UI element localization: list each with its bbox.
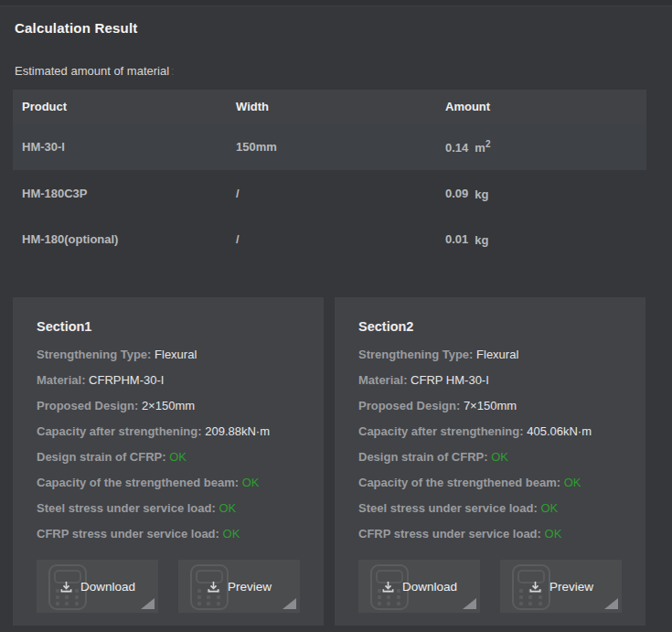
field-label: Strengthening Type:: [37, 348, 151, 361]
table-row: HM-180(optional) / 0.01kg: [13, 216, 646, 262]
result-field: Steel stress under service load: OK: [358, 502, 622, 514]
field-label: Material:: [358, 373, 407, 387]
field-label: Design strain of CFRP:: [37, 450, 166, 464]
field-label: Design strain of CFRP:: [358, 450, 488, 464]
unit-base: kg: [475, 233, 488, 247]
preview-button-label: Preview: [228, 580, 272, 594]
field-label: Steel stress under service load:: [37, 501, 216, 515]
material-estimate-label: Estimated amount of material:: [15, 64, 672, 78]
amount-unit: m2: [475, 141, 490, 155]
width-cell: 150mm: [227, 140, 436, 154]
corner-fold-icon: [463, 598, 476, 609]
download-button[interactable]: Download: [358, 560, 480, 613]
calculator-watermark-icon: [370, 564, 409, 610]
result-field: Proposed Design: 7×150mm: [358, 400, 622, 412]
calculator-watermark-icon: [48, 564, 87, 610]
top-divider: [0, 0, 672, 6]
table-row: HM-30-I 150mm 0.14m2: [13, 123, 646, 170]
field-value: 2×150mm: [142, 399, 195, 412]
page-title: Calculation Result: [15, 20, 672, 36]
corner-fold-icon: [283, 598, 296, 609]
field-label: Capacity of the strengthened beam:: [37, 476, 239, 489]
status-badge: OK: [564, 476, 581, 489]
status-badge: OK: [545, 527, 562, 541]
download-button-label: Download: [402, 580, 457, 594]
result-field: Design strain of CFRP: OK: [37, 451, 300, 463]
result-field: CFRP stress under service load: OK: [358, 528, 622, 540]
result-field: Steel stress under service load: OK: [37, 502, 300, 514]
field-label: CFRP stress under service load:: [37, 527, 219, 541]
calculator-watermark-icon: [512, 564, 550, 610]
product-cell: HM-180C3P: [13, 187, 227, 200]
section-card-1: Section1 Strengthening Type: Flexural Ma…: [13, 297, 324, 626]
result-field: Design strain of CFRP: OK: [358, 451, 622, 463]
result-field: Proposed Design: 2×150mm: [37, 400, 300, 412]
field-label: Strengthening Type:: [358, 348, 473, 361]
amount-cell: 0.01kg: [436, 230, 646, 246]
field-value: Flexural: [155, 348, 197, 361]
result-field: Strengthening Type: Flexural: [37, 348, 300, 360]
field-value: 209.88kN·m: [205, 424, 270, 438]
field-label: Proposed Design:: [358, 399, 460, 412]
unit-base: kg: [475, 187, 488, 201]
column-header-product: Product: [13, 100, 227, 113]
field-label: CFRP stress under service load:: [358, 527, 541, 541]
amount-value: 0.01: [445, 233, 468, 247]
amount-value: 0.14: [445, 141, 468, 155]
amount-unit: kg: [475, 187, 488, 201]
amount-unit: kg: [475, 233, 488, 247]
field-value: 7×150mm: [464, 399, 517, 412]
amount-cell: 0.09kg: [436, 185, 646, 200]
section-cards: Section1 Strengthening Type: Flexural Ma…: [13, 297, 636, 626]
product-cell: HM-30-I: [13, 140, 227, 154]
material-estimate-text: Estimated amount of material: [15, 64, 169, 78]
field-label: Steel stress under service load:: [358, 501, 538, 515]
button-row: Download Preview: [37, 560, 300, 613]
amount-cell: 0.14m2: [436, 139, 646, 155]
field-label: Proposed Design:: [37, 399, 138, 412]
field-label: Material:: [37, 373, 85, 387]
corner-fold-icon: [604, 598, 618, 609]
field-label: Capacity after strengthening:: [358, 424, 524, 438]
column-header-width: Width: [227, 100, 436, 113]
unit-superscript: 2: [485, 139, 491, 149]
field-value: 405.06kN·m: [527, 424, 592, 438]
corner-fold-icon: [141, 598, 155, 609]
material-table: Product Width Amount HM-30-I 150mm 0.14m…: [13, 90, 646, 262]
section-title: Section1: [37, 319, 300, 334]
result-field: Capacity of the strengthened beam: OK: [37, 477, 300, 488]
field-value: CFRPHM-30-I: [89, 373, 164, 387]
button-row: Download Preview: [358, 560, 622, 613]
result-field: Material: CFRPHM-30-I: [37, 374, 300, 386]
result-field: Capacity after strengthening: 209.88kN·m: [37, 425, 300, 437]
width-cell: /: [227, 232, 436, 246]
result-field: Material: CFRP HM-30-I: [358, 374, 622, 386]
result-field: CFRP stress under service load: OK: [37, 528, 300, 540]
download-button[interactable]: Download: [37, 560, 158, 613]
calculator-watermark-icon: [190, 564, 229, 610]
result-field: Strengthening Type: Flexural: [358, 348, 622, 360]
preview-button[interactable]: Preview: [500, 560, 622, 613]
field-label: Capacity of the strengthened beam:: [358, 476, 560, 489]
table-row: HM-180C3P / 0.09kg: [13, 170, 646, 216]
field-value: CFRP HM-30-I: [411, 373, 489, 387]
column-header-amount: Amount: [436, 100, 646, 113]
amount-value: 0.09: [445, 187, 468, 201]
section-card-2: Section2 Strengthening Type: Flexural Ma…: [335, 297, 645, 626]
status-badge: OK: [223, 527, 240, 541]
section-title: Section2: [358, 319, 622, 334]
material-estimate-colon: :: [171, 64, 175, 78]
status-badge: OK: [169, 450, 187, 464]
field-value: Flexural: [476, 348, 518, 361]
status-badge: OK: [219, 501, 236, 515]
status-badge: OK: [540, 501, 558, 515]
download-button-label: Download: [80, 580, 135, 594]
table-header-row: Product Width Amount: [13, 90, 646, 123]
status-badge: OK: [491, 450, 508, 464]
preview-button-label: Preview: [549, 580, 593, 594]
result-field: Capacity of the strengthened beam: OK: [358, 477, 622, 488]
width-cell: /: [227, 187, 436, 200]
field-label: Capacity after strengthening:: [37, 424, 202, 438]
product-cell: HM-180(optional): [13, 232, 227, 246]
preview-button[interactable]: Preview: [178, 560, 300, 613]
